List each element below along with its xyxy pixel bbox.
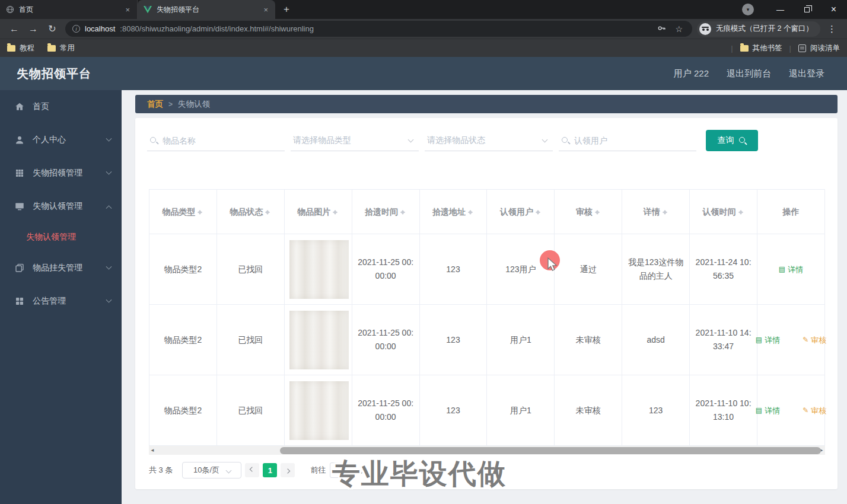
page-size-select[interactable]: 10条/页 (182, 462, 241, 479)
close-window-button[interactable]: × (820, 0, 847, 19)
exit-to-front-link[interactable]: 退出到前台 (727, 68, 771, 79)
audit-link[interactable]: ✎审核 (803, 404, 826, 417)
sort-icon[interactable] (332, 206, 339, 218)
claim-user-input[interactable] (574, 136, 694, 145)
content-card: 请选择物品类型 请选择物品状态 查询 物品类型物品状态物品图片拾遗时间拾遗地址认… (135, 118, 838, 489)
cell: 未审核 (555, 375, 622, 446)
bookmark-folder-common[interactable]: 常用 (47, 43, 75, 53)
column-header[interactable]: 物品类型 (149, 190, 217, 234)
logout-link[interactable]: 退出登录 (789, 68, 824, 79)
breadcrumb: 首页 > 失物认领 (135, 95, 838, 113)
search-button[interactable]: 查询 (706, 130, 758, 151)
chevron-down-icon (542, 136, 548, 142)
browser-tab-home[interactable]: 首页 × (0, 0, 138, 19)
item-status-select[interactable]: 请选择物品状态 (425, 130, 553, 151)
item-type-select[interactable]: 请选择物品类型 (291, 130, 419, 151)
bookmarks-bar: 教程 常用 | 其他书签 | 阅读清单 (0, 39, 847, 57)
horizontal-scrollbar[interactable]: ◄ ► (149, 446, 825, 455)
reading-list[interactable]: 阅读清单 (798, 43, 840, 53)
bookmark-star-icon[interactable]: ☆ (673, 24, 686, 34)
next-page-button[interactable] (281, 463, 295, 477)
site-info-icon[interactable]: i (72, 25, 80, 33)
cell: 已找回 (216, 234, 284, 305)
column-header[interactable]: 拾遗时间 (352, 190, 419, 234)
detail-link[interactable]: ▤详情 (756, 333, 780, 347)
blocks-icon (14, 296, 25, 307)
column-header[interactable]: 认领用户 (487, 190, 555, 234)
sort-icon[interactable] (662, 206, 668, 218)
sidebar-item-copy[interactable]: 物品挂失管理 (0, 251, 122, 285)
column-header-label: 审核 (576, 207, 593, 216)
detail-link[interactable]: ▤详情 (779, 263, 803, 276)
sidebar-item-label: 失物认领管理 (33, 201, 107, 212)
other-bookmarks[interactable]: 其他书签 (740, 43, 782, 53)
audit-link[interactable]: ✎审核 (803, 333, 826, 347)
cell: 我是123这件物品的主人 (622, 234, 690, 305)
address-bar[interactable]: i localhost :8080/shiwuzhaoling/admin/di… (65, 21, 692, 37)
profile-dropdown-icon[interactable]: ▾ (742, 4, 754, 15)
sidebar-item-blocks[interactable]: 公告管理 (0, 285, 122, 318)
incognito-label: 无痕模式（已打开 2 个窗口） (716, 24, 813, 34)
column-header: 操作 (757, 190, 825, 234)
column-header-label: 认领时间 (703, 207, 736, 216)
globe-icon (6, 5, 14, 14)
forward-icon[interactable]: → (25, 21, 42, 37)
breadcrumb-separator: > (168, 100, 173, 109)
sort-icon[interactable] (467, 206, 474, 218)
detail-label: 详情 (788, 263, 803, 276)
chevron-left-icon (250, 467, 254, 471)
sort-icon[interactable] (400, 206, 406, 218)
column-header[interactable]: 认领时间 (690, 190, 757, 234)
back-icon[interactable]: ← (6, 21, 23, 37)
chevron-down-icon (408, 136, 414, 142)
password-key-icon[interactable] (655, 24, 668, 34)
item-photo[interactable] (289, 381, 349, 440)
column-header[interactable]: 审核 (555, 190, 622, 234)
watermark-text: 专业毕设代做 (332, 455, 507, 493)
url-host: localhost (85, 24, 115, 33)
column-header[interactable]: 物品状态 (216, 190, 284, 234)
column-header-label: 物品类型 (162, 207, 195, 216)
search-icon (561, 136, 569, 145)
tab-close-icon[interactable]: × (262, 5, 269, 14)
cell: 通过 (555, 234, 622, 305)
new-tab-button[interactable]: + (275, 0, 298, 19)
breadcrumb-home-link[interactable]: 首页 (147, 99, 163, 110)
sidebar-item-grid[interactable]: 失物招领管理 (0, 157, 122, 190)
column-header-label: 详情 (644, 207, 660, 216)
sort-icon[interactable] (535, 206, 542, 218)
sort-icon[interactable] (265, 206, 271, 218)
column-header[interactable]: 拾遗地址 (419, 190, 487, 234)
item-photo[interactable] (289, 240, 349, 299)
claim-user-field[interactable] (559, 130, 696, 151)
tab-close-icon[interactable]: × (124, 5, 131, 14)
detail-link[interactable]: ▤详情 (756, 404, 780, 417)
bookmark-folder-tutorial[interactable]: 教程 (7, 43, 34, 53)
actions-cell: ▤详情 (757, 234, 825, 305)
sidebar-item-home[interactable]: 首页 (0, 90, 122, 123)
scrollbar-thumb[interactable] (280, 447, 821, 454)
scroll-left-icon[interactable]: ◄ (149, 448, 156, 453)
page-number-active[interactable]: 1 (263, 463, 277, 477)
current-user-link[interactable]: 用户 222 (674, 68, 709, 79)
item-name-field[interactable] (147, 130, 285, 151)
sort-icon[interactable] (197, 206, 203, 218)
sidebar-subitem-claim-management[interactable]: 失物认领管理 (0, 223, 122, 251)
sidebar-item-monitor[interactable]: 失物认领管理 (0, 190, 122, 223)
sort-icon[interactable] (738, 206, 744, 218)
browser-menu-icon[interactable]: ⋮ (823, 24, 841, 34)
sidebar-item-user[interactable]: 个人中心 (0, 123, 122, 157)
sort-icon[interactable] (594, 206, 601, 218)
column-header[interactable]: 物品图片 (284, 190, 352, 234)
item-name-input[interactable] (163, 136, 282, 145)
column-header[interactable]: 详情 (622, 190, 690, 234)
browser-tab-active[interactable]: 失物招领平台 × (138, 0, 275, 19)
restore-button[interactable] (794, 0, 820, 19)
item-photo[interactable] (289, 311, 349, 369)
prev-page-button[interactable] (245, 463, 259, 477)
minimize-button[interactable]: — (767, 0, 794, 19)
browser-tabstrip: 首页 × 失物招领平台 × + ▾ — × (0, 0, 847, 19)
detail-icon: ▤ (779, 263, 785, 276)
reload-icon[interactable]: ↻ (44, 21, 60, 37)
cell: adsd (622, 305, 690, 375)
